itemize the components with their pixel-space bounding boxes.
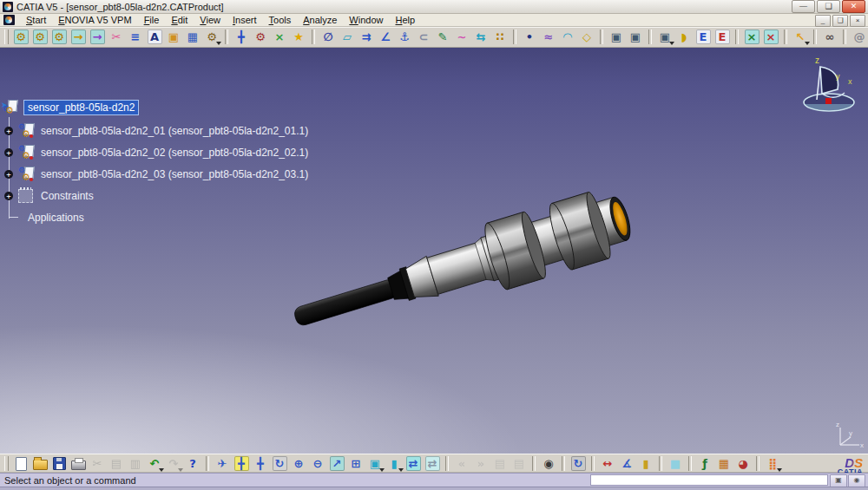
smart-clash-button[interactable]: ★: [290, 28, 308, 46]
turntable-button[interactable]: ↻: [569, 454, 588, 473]
menu-enovia-v5-vpm[interactable]: ENOVIA V5 VPM: [52, 15, 137, 25]
graph-tree-reordering-button[interactable]: ≡: [127, 28, 145, 46]
isometric-view-button[interactable]: ▣: [366, 454, 385, 473]
tree-item-component-02-label[interactable]: sensor_pbt8-05la-d2n2_02 (sensor_pbt8-05…: [38, 147, 311, 159]
coincidence-constraint-button[interactable]: ∅: [319, 28, 338, 46]
enhanced-scene-button[interactable]: E: [694, 28, 713, 46]
tree-expander-icon[interactable]: +: [4, 127, 13, 135]
menu-help[interactable]: Help: [390, 15, 422, 25]
tree-item-component-01-label[interactable]: sensor_pbt8-05la-d2n2_01 (sensor_pbt8-05…: [38, 125, 311, 137]
create-multi-view-button[interactable]: ⊞: [347, 454, 365, 473]
scene-browser-button[interactable]: E: [713, 28, 732, 46]
toolbar-handle[interactable]: [4, 29, 9, 44]
menu-insert[interactable]: Insert: [227, 15, 263, 25]
compass-handle[interactable]: [825, 98, 832, 104]
offset-constraint-button[interactable]: ⇉: [358, 28, 376, 46]
pan-button[interactable]: ╋: [252, 454, 270, 473]
menu-analyze[interactable]: Analyze: [297, 15, 343, 25]
fast-multi-instantiation-dropdown-caret[interactable]: [216, 42, 221, 45]
replace-component-button[interactable]: ✂: [108, 28, 126, 46]
redo-dropdown-caret[interactable]: [178, 468, 183, 472]
zoom-out-button[interactable]: ⊖: [309, 454, 327, 473]
power-input-button[interactable]: ◉: [848, 474, 865, 487]
contact-constraint-button[interactable]: ▱: [339, 28, 357, 46]
tree-expander-icon[interactable]: +: [4, 170, 13, 179]
generate-numbering-button[interactable]: A: [146, 28, 164, 46]
tree-expander-icon[interactable]: +: [4, 148, 13, 157]
capture-image-button[interactable]: ◉: [540, 454, 558, 473]
manage-representations-button[interactable]: ▦: [184, 28, 202, 46]
measure-between-button[interactable]: ↔: [599, 454, 617, 473]
expand-command-panel-button[interactable]: ▣: [830, 474, 847, 487]
formula-button[interactable]: ƒ: [696, 454, 714, 473]
command-input[interactable]: [590, 474, 828, 486]
tree-item-applications-label[interactable]: Applications: [25, 212, 87, 224]
swap-visible-space-button[interactable]: ⇄: [424, 454, 442, 473]
design-table-button[interactable]: ▦: [715, 454, 733, 473]
menu-edit[interactable]: Edit: [165, 15, 194, 25]
render-style-button[interactable]: ▮: [385, 454, 404, 473]
tree-root-label[interactable]: sensor_pbt8-05la-d2n2: [23, 100, 139, 115]
binoculars-button[interactable]: ∞: [821, 28, 839, 46]
measure-item-button[interactable]: ∡: [618, 454, 636, 473]
quick-constraint-button[interactable]: ✎: [434, 28, 452, 46]
measure-inertia-button[interactable]: ▮: [637, 454, 655, 473]
tree-item-root[interactable]: ➤⚙⚙ sensor_pbt8-05la-d2n2: [2, 98, 384, 117]
selective-load-button[interactable]: ▣: [165, 28, 183, 46]
apply-material-button[interactable]: ■: [667, 454, 685, 473]
hide-show-button[interactable]: ⇄: [404, 454, 423, 473]
knowledge-inspector-button[interactable]: ◕: [734, 454, 753, 473]
powercopy-catalog-button[interactable]: @: [851, 28, 868, 46]
depth-effect-button[interactable]: ◗: [675, 28, 694, 46]
menu-window[interactable]: Window: [343, 15, 389, 25]
new-document-button[interactable]: [12, 454, 30, 473]
change-constraint-button[interactable]: ⇆: [472, 28, 490, 46]
menu-file[interactable]: File: [138, 15, 166, 25]
grid-dropdown-caret[interactable]: [777, 468, 782, 472]
tree-expander-icon[interactable]: +: [4, 192, 13, 200]
tree-item-component-03-label[interactable]: sensor_pbt8-05la-d2n2_03 (sensor_pbt8-05…: [38, 168, 311, 180]
new-product-button[interactable]: ⚙: [31, 28, 49, 46]
existing-component-button[interactable]: →: [69, 28, 88, 46]
close-window-button[interactable]: ✕: [842, 0, 865, 13]
view-compass[interactable]: z y x: [804, 56, 854, 111]
tree-item-component-03[interactable]: +⚙⚙sensor_pbt8-05la-d2n2_03 (sensor_pbt8…: [2, 163, 384, 185]
sensor-cable[interactable]: [293, 278, 399, 327]
anchor-constraint-button[interactable]: ⚓: [396, 28, 414, 46]
existing-component-with-positioning-button[interactable]: →: [89, 28, 107, 46]
normal-view-button[interactable]: ↗: [328, 454, 346, 473]
tree-item-applications[interactable]: Applications: [2, 206, 384, 228]
render-style-dropdown-caret[interactable]: [398, 468, 404, 472]
open-document-button[interactable]: [31, 454, 49, 473]
flexible-rigid-sub-assembly-button[interactable]: ~: [453, 28, 471, 46]
tree-item-constraints-label[interactable]: Constraints: [38, 190, 96, 202]
select-dropdown-caret[interactable]: [805, 42, 810, 45]
menu-start[interactable]: Start: [20, 15, 52, 25]
grid-button[interactable]: ⣿: [764, 454, 782, 473]
named-views-button[interactable]: ▣: [656, 28, 674, 46]
select-button[interactable]: ↖: [792, 28, 810, 46]
undo-button[interactable]: ↶: [146, 454, 164, 473]
toolbar-handle[interactable]: [4, 456, 9, 471]
fast-multi-instantiation-button[interactable]: ⚙: [203, 28, 221, 46]
whats-this-button[interactable]: ?: [184, 454, 202, 473]
menu-view[interactable]: View: [194, 15, 227, 25]
smart-move-button[interactable]: ⚙: [252, 28, 270, 46]
clash-toggle-off-button[interactable]: ×: [762, 28, 780, 46]
tree-item-component-01[interactable]: +⚙⚙sensor_pbt8-05la-d2n2_01 (sensor_pbt8…: [2, 120, 384, 141]
zoom-in-button[interactable]: ⊕: [290, 454, 308, 473]
tree-item-component-02[interactable]: +⚙⚙sensor_pbt8-05la-d2n2_02 (sensor_pbt8…: [2, 141, 384, 163]
new-component-button[interactable]: ⚙: [12, 28, 30, 46]
camera-view-1-button[interactable]: ▣: [608, 28, 626, 46]
reuse-pattern-button[interactable]: ∷: [491, 28, 510, 46]
angle-constraint-button[interactable]: ∠: [377, 28, 395, 46]
curve-button[interactable]: ≈: [540, 28, 558, 46]
document-icon[interactable]: [3, 15, 15, 25]
camera-view-2-button[interactable]: ▣: [627, 28, 645, 46]
3d-viewport[interactable]: z y x z y x ➤⚙⚙ sensor_pbt8-05la-d2n2 +⚙…: [0, 48, 868, 454]
isometric-view-dropdown-caret[interactable]: [379, 468, 385, 472]
mdi-minimize-button[interactable]: _: [815, 15, 831, 27]
new-part-button[interactable]: ⚙: [50, 28, 69, 46]
mdi-close-button[interactable]: ×: [850, 15, 865, 27]
named-views-dropdown-caret[interactable]: [669, 42, 674, 45]
